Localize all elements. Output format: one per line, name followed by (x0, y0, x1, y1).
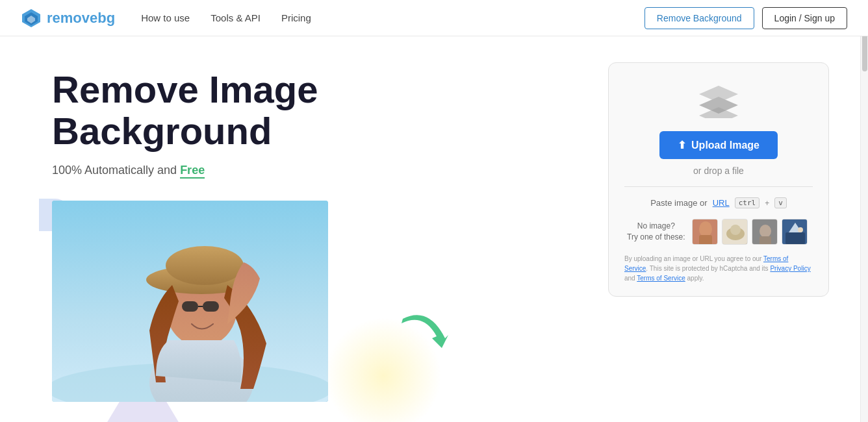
terms-text: By uploading an image or URL you agree t… (624, 254, 813, 283)
nav-links: How to use Tools & API Pricing (141, 12, 311, 23)
right-side: ⬆ Upload Image or drop a file Paste imag… (608, 62, 829, 297)
hero-subtitle: 100% Automatically and Free (52, 164, 569, 177)
upload-btn-label: Upload Image (691, 140, 760, 151)
layers-icon (696, 82, 741, 118)
svg-rect-50 (785, 232, 805, 244)
ctrl-key: ctrl (735, 197, 760, 208)
sample-thumb-2[interactable] (722, 219, 748, 245)
terms-of-service-link[interactable]: Terms of Service (624, 255, 788, 272)
url-link[interactable]: URL (713, 198, 730, 208)
svg-point-47 (760, 225, 771, 238)
green-arrow (396, 309, 455, 361)
divider (624, 186, 813, 187)
svg-rect-42 (699, 235, 712, 245)
left-side: Remove Image Background 100% Automatical… (52, 69, 569, 402)
sample-thumb-1[interactable] (692, 219, 718, 245)
navbar: removebg How to use Tools & API Pricing … (0, 0, 868, 36)
nav-how-to-use[interactable]: How to use (141, 12, 190, 23)
v-key: v (774, 197, 787, 208)
sample-thumb-3[interactable] (752, 219, 778, 245)
layers-svg (696, 82, 741, 118)
nav-left: removebg How to use Tools & API Pricing (21, 8, 311, 29)
paste-label: Paste image or (650, 198, 707, 208)
remove-background-button[interactable]: Remove Background (645, 7, 754, 29)
nav-right: Remove Background Login / Sign up (645, 7, 847, 29)
upload-icon: ⬆ (678, 139, 686, 151)
arrow-area (396, 309, 455, 364)
svg-marker-39 (699, 107, 738, 118)
try-text: No image? Try one of these: (627, 221, 685, 243)
svg-point-36 (166, 246, 244, 285)
hero-title: Remove Image Background (52, 69, 569, 152)
hero-photo-svg (52, 201, 328, 402)
image-area (52, 201, 331, 402)
hero-photo (52, 201, 328, 402)
svg-rect-48 (760, 236, 771, 245)
scrollbar[interactable] (860, 0, 868, 422)
logo-text: removebg (47, 10, 115, 27)
paste-row: Paste image or URL ctrl + v (624, 197, 813, 208)
terms-link-2[interactable]: Terms of Service (637, 275, 685, 282)
login-signup-button[interactable]: Login / Sign up (762, 7, 847, 29)
privacy-policy-link[interactable]: Privacy Policy (770, 265, 810, 272)
nav-tools-api[interactable]: Tools & API (211, 12, 261, 23)
free-label: Free (180, 164, 205, 179)
svg-rect-32 (182, 301, 198, 312)
svg-rect-33 (203, 301, 219, 312)
nav-pricing[interactable]: Pricing (281, 12, 311, 23)
svg-point-52 (798, 227, 803, 232)
sample-images (692, 219, 808, 245)
upload-image-button[interactable]: ⬆ Upload Image (659, 131, 778, 159)
svg-point-41 (699, 221, 712, 237)
sample-thumb-4[interactable] (782, 219, 808, 245)
upload-box: ⬆ Upload Image or drop a file Paste imag… (608, 62, 829, 297)
logo-icon (21, 8, 42, 29)
plus-label: + (765, 199, 769, 208)
drop-text: or drop a file (624, 166, 813, 176)
logo[interactable]: removebg (21, 8, 115, 29)
main-content: Remove Image Background 100% Automatical… (0, 36, 868, 422)
svg-point-45 (730, 225, 741, 235)
try-section: No image? Try one of these: (624, 219, 813, 245)
